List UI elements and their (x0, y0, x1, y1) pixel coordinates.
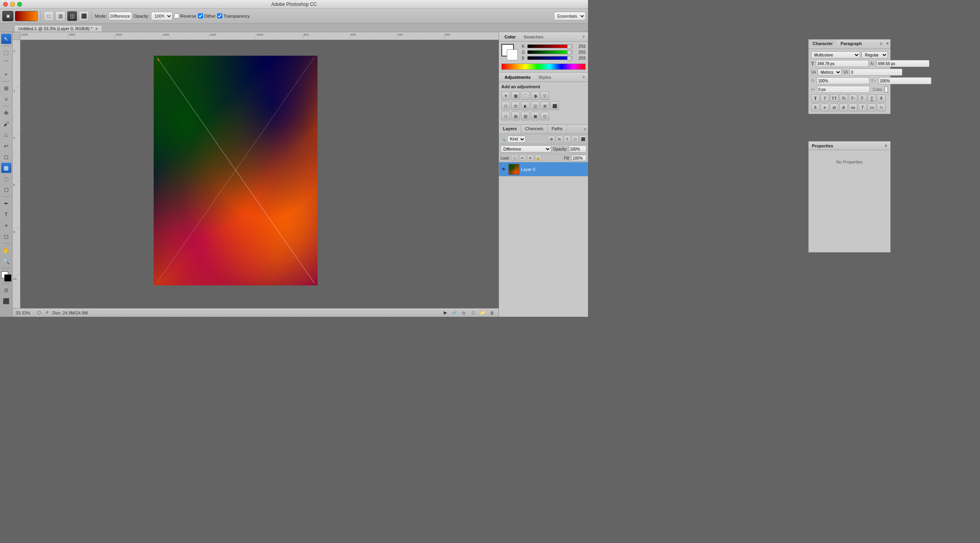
round-rect-tool-btn[interactable]: ▥ (55, 11, 65, 21)
bg-swatch[interactable] (507, 49, 518, 60)
layer-smart-btn[interactable]: ⬛ (579, 136, 586, 143)
levels-icon[interactable]: ▦ (511, 91, 520, 100)
layer-item[interactable]: 👁 Layer 0 (499, 162, 588, 176)
mode-select[interactable]: Difference Normal Multiply Screen Overla… (109, 12, 132, 20)
folder-icon[interactable]: 📁 (479, 309, 486, 316)
opacity-input[interactable] (569, 145, 586, 153)
paths-tab[interactable]: Paths (548, 125, 567, 134)
gradient-style-btn2[interactable]: ⬛ (79, 11, 89, 21)
type-tool[interactable]: T (1, 209, 11, 220)
invert-icon[interactable]: ⬡ (501, 112, 510, 120)
blend-mode-select[interactable]: Difference (501, 145, 551, 153)
curves-icon[interactable]: ⌒ (521, 91, 530, 100)
gradient-swatch[interactable] (15, 11, 38, 21)
adjustments-tab[interactable]: Adjustments (502, 74, 533, 80)
channels-tab[interactable]: Channels (521, 125, 547, 134)
history-brush-tool[interactable]: ↩ (1, 141, 11, 151)
red-slider[interactable] (527, 44, 572, 48)
fill-input[interactable] (572, 155, 586, 161)
maximize-button[interactable] (17, 2, 22, 7)
color-lookup-icon[interactable]: ⬛ (550, 102, 559, 110)
layer-fx-btn[interactable]: fx (556, 136, 563, 143)
layers-tab[interactable]: Layers (499, 125, 521, 134)
zoom-tool[interactable]: 🔍 (1, 256, 11, 266)
new-layer-group-btn[interactable]: ⊞ (548, 136, 555, 143)
lock-transparency-btn[interactable]: ⬡ (512, 155, 518, 161)
mode-label: Mode: (95, 14, 107, 18)
vibrance-icon[interactable]: ▽ (541, 91, 549, 100)
path-select-tool[interactable]: ⌖ (1, 220, 11, 231)
marquee-tool[interactable]: ⬚ (1, 47, 11, 58)
eyedropper-tool[interactable]: ⌗ (1, 94, 11, 104)
link-icon[interactable]: 🔗 (451, 309, 458, 316)
document-tab[interactable]: Untitled-1 @ 33.3% (Layer 0, RGB/8) * ✕ (14, 25, 102, 32)
color-balance-icon[interactable]: ⚖ (511, 102, 520, 110)
pen-tool[interactable]: ✒ (1, 198, 11, 209)
threshold-icon[interactable]: ▥ (521, 112, 530, 120)
hue-saturation-icon[interactable]: ⬡ (501, 102, 510, 110)
adjustments-panel-content: Add an adjustment ☀ ▦ ⌒ ◑ ▽ ⬡ ⚖ ◐ ◫ ⊞ ⬛ … (499, 82, 588, 125)
effects-icon[interactable]: fx (460, 309, 467, 316)
swatches-tab[interactable]: Swatches (521, 34, 546, 40)
blur-tool[interactable]: ◌ (1, 174, 11, 184)
move-tool[interactable]: ↖ (1, 34, 11, 44)
channel-mixer-icon[interactable]: ⊞ (541, 102, 549, 110)
color-panel-menu[interactable]: ≡ (583, 35, 585, 39)
fg-bg-color-selector[interactable] (1, 271, 11, 281)
tool-sep-7 (2, 283, 10, 283)
layers-panel-menu[interactable]: ≡ (584, 125, 588, 134)
layer-visibility-toggle[interactable]: 👁 (501, 166, 507, 173)
layer-mask-btn[interactable]: T (564, 136, 571, 143)
dither-checkbox-label[interactable]: Dither (198, 13, 216, 18)
dither-checkbox[interactable] (198, 13, 203, 18)
canvas-scroll-area[interactable]: + (20, 40, 499, 308)
lasso-tool[interactable]: ⌒ (1, 58, 11, 69)
close-tab-button[interactable]: ✕ (95, 27, 98, 31)
selective-color-icon[interactable]: ◻ (541, 112, 549, 120)
trash-icon[interactable]: 🗑 (488, 309, 495, 316)
gradient-style-btn[interactable]: ◫ (67, 11, 77, 21)
lock-all-btn[interactable]: 🔒 (535, 155, 541, 161)
adjustment-icons-row1: ☀ ▦ ⌒ ◑ ▽ (501, 91, 586, 100)
rect-tool-btn[interactable]: □ (44, 11, 54, 21)
close-button[interactable] (3, 2, 8, 7)
crop-tool[interactable]: ⊞ (1, 83, 11, 93)
hand-tool[interactable]: ✋ (1, 245, 11, 255)
play-btn[interactable]: ▶ (444, 310, 447, 315)
kind-select[interactable]: Kind (507, 136, 526, 143)
photo-filter-icon[interactable]: ◫ (531, 102, 539, 110)
essentials-select[interactable]: Essentials (554, 12, 586, 20)
gradient-map-icon[interactable]: ▦ (531, 112, 539, 120)
lock-pixels-btn[interactable]: ✏ (519, 155, 526, 161)
black-white-icon[interactable]: ◐ (521, 102, 530, 110)
layer-type-btn[interactable]: ⬡ (572, 136, 579, 143)
brightness-contrast-icon[interactable]: ☀ (501, 91, 510, 100)
lock-position-btn[interactable]: ✛ (527, 155, 534, 161)
brush-tool[interactable]: 🖌 (1, 119, 11, 129)
exposure-icon[interactable]: ◑ (531, 91, 539, 100)
screen-mode-btn[interactable]: ⬛ (1, 296, 11, 306)
minimize-button[interactable] (10, 2, 15, 7)
green-slider[interactable] (527, 50, 572, 54)
transparency-checkbox-label[interactable]: Transparency (217, 13, 250, 18)
transparency-checkbox[interactable] (217, 13, 222, 18)
background-color[interactable] (4, 274, 11, 281)
quick-select-tool[interactable]: ⁍ (1, 69, 11, 80)
reverse-checkbox[interactable] (174, 13, 179, 18)
adj-panel-menu[interactable]: ≡ (583, 75, 585, 79)
eraser-tool[interactable]: ◻ (1, 152, 11, 162)
quick-mask-tool[interactable]: ⊙ (1, 285, 11, 295)
reverse-checkbox-label[interactable]: Reverse (174, 13, 196, 18)
healing-brush-tool[interactable]: ✙ (1, 108, 11, 118)
color-tab[interactable]: Color (502, 34, 518, 40)
opacity-select[interactable]: 100% 75% 50% (151, 12, 172, 20)
color-spectrum-bar[interactable] (501, 64, 586, 70)
gradient-tool[interactable]: ▦ (1, 163, 11, 173)
shape-tool[interactable]: ◻ (1, 231, 11, 242)
styles-tab[interactable]: Styles (536, 74, 554, 80)
blue-slider[interactable] (527, 56, 572, 60)
posterize-icon[interactable]: ▤ (511, 112, 520, 120)
dodge-tool[interactable]: ⬡ (1, 185, 11, 195)
clone-stamp-tool[interactable]: ⌂ (1, 130, 11, 140)
mask-icon[interactable]: ◻ (470, 309, 477, 316)
